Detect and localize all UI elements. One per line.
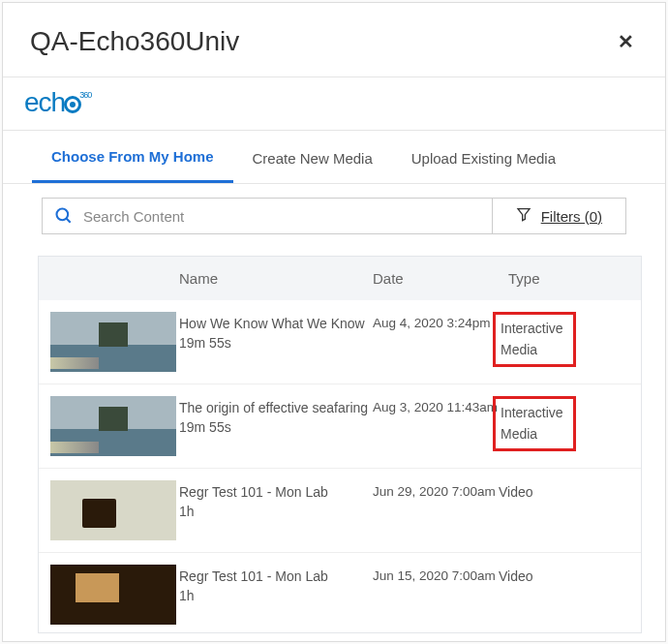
svg-line-1 (67, 219, 71, 223)
table-row[interactable]: How We Know What We Know19m 55sAug 4, 20… (39, 300, 641, 384)
cell-date: Jun 29, 2020 7:00am (373, 480, 499, 499)
media-duration: 1h (179, 504, 373, 519)
table-row[interactable]: Regr Test 101 - Mon Lab1hJun 15, 2020 7:… (39, 553, 641, 632)
media-name: Regr Test 101 - Mon Lab (179, 484, 373, 500)
close-button[interactable]: ✕ (618, 30, 634, 53)
cell-type: Interactive Media (499, 396, 576, 451)
cell-name: Regr Test 101 - Mon Lab1h (179, 480, 373, 519)
cell-type: Video (499, 480, 576, 500)
col-name-header: Name (179, 270, 373, 287)
cell-date: Aug 4, 2020 3:24pm (373, 312, 499, 330)
table-header-row: Name Date Type (39, 257, 641, 300)
thumbnail (50, 396, 176, 456)
col-thumb-header (39, 270, 179, 287)
filters-button[interactable]: Filters (0) (492, 198, 626, 234)
media-chooser-modal: QA-Echo360Univ ✕ ech 360 Choose From My … (2, 2, 666, 642)
search-row: Filters (0) (3, 184, 665, 248)
type-highlight: Interactive Media (493, 396, 576, 451)
media-table: Name Date Type How We Know What We Know1… (38, 256, 642, 633)
cell-date: Aug 3, 2020 11:43am (373, 396, 499, 414)
cell-name: The origin of effective seafaring19m 55s (179, 396, 373, 435)
cell-date: Jun 15, 2020 7:00am (373, 565, 499, 583)
media-duration: 1h (179, 588, 373, 603)
type-highlight: Interactive Media (493, 312, 576, 367)
filter-icon (516, 206, 531, 226)
table-body[interactable]: How We Know What We Know19m 55sAug 4, 20… (39, 300, 641, 632)
tab-1[interactable]: Create New Media (233, 131, 392, 183)
media-name: Regr Test 101 - Mon Lab (179, 568, 373, 584)
table-row[interactable]: The origin of effective seafaring19m 55s… (39, 384, 641, 469)
modal-header: QA-Echo360Univ ✕ (3, 3, 665, 77)
media-name: The origin of effective seafaring (179, 400, 373, 415)
cell-name: How We Know What We Know19m 55s (179, 312, 373, 351)
media-duration: 19m 55s (179, 335, 373, 351)
thumbnail (50, 480, 176, 540)
tab-0[interactable]: Choose From My Home (32, 131, 233, 183)
search-icon (54, 206, 74, 226)
media-name: How We Know What We Know (179, 316, 373, 331)
search-box[interactable] (42, 198, 492, 234)
logo-superscript: 360 (79, 90, 91, 100)
page-title: QA-Echo360Univ (30, 26, 239, 57)
media-duration: 19m 55s (179, 419, 373, 435)
tab-bar: Choose From My HomeCreate New MediaUploa… (3, 131, 665, 184)
search-input[interactable] (83, 208, 480, 225)
svg-marker-2 (518, 209, 530, 221)
logo-text: ech (24, 87, 65, 118)
filters-label: Filters (0) (541, 208, 602, 225)
table-row[interactable]: Regr Test 101 - Mon Lab1hJun 29, 2020 7:… (39, 469, 641, 553)
tab-2[interactable]: Upload Existing Media (392, 131, 575, 183)
svg-point-0 (57, 209, 69, 221)
logo-bar: ech 360 (3, 77, 665, 131)
cell-name: Regr Test 101 - Mon Lab1h (179, 565, 373, 603)
thumbnail (50, 565, 176, 625)
col-date-header: Date (373, 270, 508, 287)
thumbnail (50, 312, 176, 372)
cell-type: Video (499, 565, 576, 584)
echo360-logo: ech 360 (24, 87, 93, 118)
col-type-header: Type (508, 270, 586, 287)
cell-type: Interactive Media (499, 312, 576, 367)
